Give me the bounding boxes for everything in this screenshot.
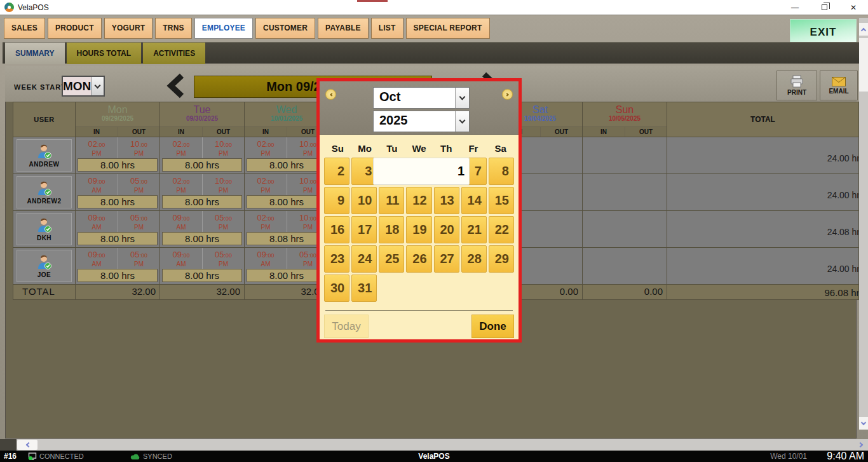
status-bar: #16 CONNECTED SYNCED VelaPOS Wed 10/01 9… bbox=[0, 451, 868, 462]
calendar-day-2[interactable]: 2 bbox=[324, 158, 349, 185]
tab-customer[interactable]: CUSTOMER bbox=[255, 18, 315, 39]
day-cell[interactable]: 09:00AM05:00PM8.00 hrs bbox=[76, 211, 160, 247]
calendar-prev-month-button[interactable] bbox=[325, 89, 336, 100]
time-hour: 05 bbox=[215, 213, 224, 222]
calendar-day-30[interactable]: 30 bbox=[324, 275, 349, 302]
scroll-right-button[interactable] bbox=[855, 440, 867, 450]
time-hour: 10 bbox=[299, 139, 308, 149]
time-ampm: AM bbox=[160, 260, 202, 268]
restore-button[interactable] bbox=[810, 0, 839, 15]
date-picker-popup: Oct 2025 SuMoTuWeThFrSa 1234567891011121… bbox=[316, 78, 522, 343]
time-hour: 10 bbox=[215, 139, 224, 149]
week-start-dropdown[interactable]: MON bbox=[62, 76, 105, 97]
calendar-day-29[interactable]: 29 bbox=[489, 245, 514, 273]
user-box: JOE bbox=[17, 250, 72, 282]
calendar-day-12[interactable]: 12 bbox=[406, 187, 431, 214]
day-cell[interactable]: 02:00PM10:00PM8.00 hrs bbox=[76, 137, 160, 173]
time-ampm: PM bbox=[245, 223, 287, 231]
scroll-left-button[interactable] bbox=[17, 440, 37, 450]
tab-employee[interactable]: EMPLOYEE bbox=[194, 18, 253, 39]
calendar-day-15[interactable]: 15 bbox=[489, 187, 514, 214]
user-cell[interactable]: ANDREW2 bbox=[13, 174, 76, 210]
calendar-day-18[interactable]: 18 bbox=[379, 216, 404, 243]
day-cell[interactable]: 02:00PM10:00PM8.00 hrs bbox=[160, 174, 245, 210]
week-start-value: MON bbox=[63, 77, 91, 95]
tab-special-report[interactable]: SPECIAL REPORT bbox=[406, 18, 490, 39]
day-cell[interactable]: 02:00PM10:00PM8.00 hrs bbox=[160, 137, 245, 173]
email-button[interactable]: EMAIL bbox=[820, 71, 858, 100]
calendar-day-21[interactable]: 21 bbox=[461, 216, 487, 243]
day-cell[interactable] bbox=[583, 211, 667, 247]
vertical-scroll-thumb[interactable] bbox=[859, 38, 868, 92]
month-select[interactable]: Oct bbox=[373, 87, 470, 109]
calendar-day-26[interactable]: 26 bbox=[406, 245, 431, 273]
user-cell[interactable]: ANDREW bbox=[13, 137, 76, 173]
tab-payable[interactable]: PAYABLE bbox=[318, 18, 369, 39]
time-ampm: PM bbox=[203, 223, 244, 231]
calendar-day-10[interactable]: 10 bbox=[351, 187, 377, 214]
hours-value: 8.00 hrs bbox=[78, 195, 158, 208]
scroll-down-button[interactable] bbox=[859, 417, 868, 430]
time-minute: :00 bbox=[266, 252, 275, 259]
app-logo-icon bbox=[4, 3, 14, 12]
user-cell[interactable]: JOE bbox=[13, 248, 76, 284]
calendar-day-22[interactable]: 22 bbox=[489, 216, 514, 243]
day-cell[interactable]: 09:00AM05:00PM8.00 hrs bbox=[76, 174, 160, 210]
calendar-day-8[interactable]: 8 bbox=[489, 158, 514, 185]
calendar-day-14[interactable]: 14 bbox=[461, 187, 487, 214]
calendar-day-9[interactable]: 9 bbox=[324, 187, 349, 214]
time-hour: 05 bbox=[130, 176, 139, 186]
tab-product[interactable]: PRODUCT bbox=[48, 18, 102, 39]
today-button[interactable]: Today bbox=[324, 315, 369, 338]
calendar-day-1[interactable]: 1 bbox=[373, 158, 470, 185]
calendar-day-31[interactable]: 31 bbox=[351, 275, 377, 302]
tab-list[interactable]: LIST bbox=[371, 18, 403, 39]
calendar-day-27[interactable]: 27 bbox=[434, 245, 459, 273]
scroll-up-button[interactable] bbox=[859, 23, 868, 36]
calendar-day-28[interactable]: 28 bbox=[461, 245, 487, 273]
day-cell[interactable]: 09:00AM05:00PM8.00 hrs bbox=[76, 248, 160, 284]
calendar-day-11[interactable]: 11 bbox=[379, 187, 404, 214]
done-button[interactable]: Done bbox=[471, 315, 514, 338]
calendar-day-16[interactable]: 16 bbox=[324, 216, 349, 243]
calendar-day-19[interactable]: 19 bbox=[406, 216, 431, 243]
out-label: OUT bbox=[202, 127, 244, 137]
user-box: ANDREW bbox=[17, 139, 72, 172]
subtab-summary[interactable]: SUMMARY bbox=[5, 43, 65, 64]
horizontal-scrollbar[interactable] bbox=[0, 439, 868, 451]
minimize-button[interactable]: — bbox=[780, 0, 810, 15]
day-cell[interactable] bbox=[583, 174, 667, 210]
tab-yogurt[interactable]: YOGURT bbox=[104, 18, 153, 39]
red-overlay-artifact bbox=[357, 0, 388, 2]
tab-trns[interactable]: TRNS bbox=[155, 18, 191, 39]
calendar-day-24[interactable]: 24 bbox=[351, 245, 377, 273]
calendar-day-20[interactable]: 20 bbox=[434, 216, 459, 243]
in-label: IN bbox=[160, 127, 202, 137]
clock-times: 02:00PM10:00PM bbox=[76, 137, 159, 158]
tab-sales[interactable]: SALES bbox=[4, 18, 45, 39]
time-ampm: AM bbox=[76, 186, 118, 194]
chevron-left-icon bbox=[330, 93, 334, 97]
day-cell[interactable]: 09:00AM05:00PM8.00 hrs bbox=[160, 248, 245, 284]
calendar-day-25[interactable]: 25 bbox=[379, 245, 404, 273]
user-name: DKH bbox=[37, 234, 51, 241]
calendar-next-month-button[interactable] bbox=[502, 89, 513, 100]
previous-week-arrow[interactable] bbox=[164, 72, 188, 102]
subtab-hours-total[interactable]: HOURS TOTAL bbox=[67, 43, 142, 64]
day-cell[interactable] bbox=[583, 137, 667, 173]
time-ampm: PM bbox=[245, 149, 287, 158]
calendar-day-13[interactable]: 13 bbox=[434, 187, 459, 214]
clock-times: 02:00PM10:00PM bbox=[160, 137, 244, 158]
day-cell[interactable] bbox=[583, 248, 667, 284]
calendar-day-17[interactable]: 17 bbox=[351, 216, 377, 243]
time-hour: 02 bbox=[257, 139, 266, 149]
close-button[interactable]: ✕ bbox=[839, 0, 868, 15]
subtab-activities[interactable]: ACTIVITIES bbox=[143, 43, 205, 64]
user-cell[interactable]: DKH bbox=[13, 211, 76, 247]
vertical-scrollbar[interactable] bbox=[859, 18, 868, 430]
calendar-day-23[interactable]: 23 bbox=[324, 245, 349, 273]
year-select[interactable]: 2025 bbox=[373, 111, 470, 132]
print-button[interactable]: PRINT bbox=[776, 71, 817, 100]
user-avatar-icon bbox=[36, 143, 53, 160]
day-cell[interactable]: 09:00AM05:00PM8.00 hrs bbox=[160, 211, 245, 247]
